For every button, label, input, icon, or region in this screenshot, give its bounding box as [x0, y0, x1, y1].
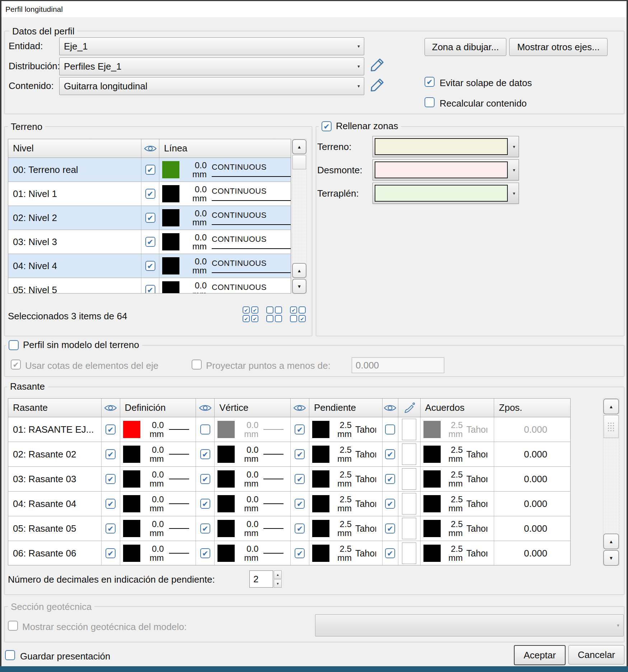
def-visibility-cell[interactable]: [102, 492, 120, 516]
terreno-row-visibility-cell[interactable]: [141, 254, 159, 278]
mini-checkbox[interactable]: [290, 315, 297, 322]
select-all-button[interactable]: [243, 306, 258, 322]
rasante-row[interactable]: 01: RASANTE EJ...0.0mm0.0mm2.5mmTahoma2.…: [8, 417, 570, 442]
contenido-dropdown[interactable]: Guitarra longitudinal ▼: [59, 77, 364, 95]
col-header-rasante[interactable]: Rasante: [8, 399, 102, 417]
vertice-cell[interactable]: 0.0mm: [215, 442, 291, 466]
proyectar-puntos-checkbox[interactable]: [192, 360, 202, 370]
visibility-checkbox[interactable]: [295, 474, 305, 484]
scroll-up-button[interactable]: ▲: [603, 534, 619, 549]
visibility-checkbox[interactable]: [200, 424, 210, 434]
pendiente-visibility-cell[interactable]: [291, 442, 309, 466]
usar-cotas-checkbox[interactable]: [11, 360, 21, 370]
visibility-checkbox[interactable]: [295, 548, 305, 558]
vertice-visibility-cell[interactable]: [196, 467, 215, 491]
visibility-checkbox[interactable]: [385, 548, 395, 558]
acuerdos-visibility-cell[interactable]: [383, 492, 398, 516]
def-visibility-cell[interactable]: [102, 442, 120, 466]
acuerdos-cell[interactable]: 2.5mmTahoma: [421, 417, 495, 442]
visibility-checkbox[interactable]: [385, 523, 395, 534]
terreno-row[interactable]: 05: Nivel 50.0mmCONTINUOUS: [8, 278, 291, 293]
rasante-row[interactable]: 04: Rasante 040.0mm0.0mm2.5mmTahoma2.5mm…: [8, 492, 570, 516]
col-header-definicion[interactable]: Definición: [120, 399, 196, 417]
definicion-cell[interactable]: 0.0mm: [120, 492, 196, 516]
definicion-cell[interactable]: 0.0mm: [120, 417, 196, 442]
col-header-def-visibility[interactable]: [102, 399, 120, 417]
terreno-scrollbar[interactable]: ▲ ▲ ▼: [292, 139, 307, 293]
terreno-table-header[interactable]: Nivel Línea: [8, 139, 291, 158]
pendiente-visibility-cell[interactable]: [291, 492, 309, 516]
visibility-checkbox[interactable]: [200, 449, 210, 459]
col-header-nivel[interactable]: Nivel: [8, 139, 141, 158]
definicion-cell[interactable]: 0.0mm: [120, 541, 196, 565]
pendiente-visibility-cell[interactable]: [291, 467, 309, 491]
def-visibility-cell[interactable]: [102, 417, 120, 442]
col-header-zpos[interactable]: Zpos.: [494, 399, 570, 417]
acuerdos-visibility-cell[interactable]: [383, 442, 398, 466]
mini-checkbox[interactable]: [251, 306, 258, 314]
acuerdos-visibility-cell[interactable]: [383, 516, 398, 541]
terreno-row-linea-cell[interactable]: 0.0mmCONTINUOUS: [159, 278, 291, 293]
edit-distribucion-pencil-icon[interactable]: [369, 56, 385, 74]
terreno-row-linea-cell[interactable]: 0.0mmCONTINUOUS: [159, 158, 291, 182]
vertice-visibility-cell[interactable]: [196, 492, 215, 516]
fill-color-cell[interactable]: [398, 467, 421, 491]
col-header-acu-visibility[interactable]: [383, 399, 398, 417]
mini-checkbox[interactable]: [243, 315, 250, 322]
scroll-down-button[interactable]: ▼: [603, 550, 619, 566]
col-header-vertice[interactable]: Vértice: [215, 399, 291, 417]
visibility-checkbox[interactable]: [385, 424, 395, 434]
terreno-table[interactable]: Nivel Línea 00: Terreno real0.0mmCONTINU…: [8, 139, 291, 293]
decimales-spin-down-button[interactable]: ▼: [274, 579, 282, 588]
entidad-dropdown[interactable]: Eje_1 ▼: [59, 37, 364, 55]
scrollbar-thumb[interactable]: [292, 155, 306, 169]
vertice-visibility-cell[interactable]: [196, 442, 215, 466]
mini-checkbox[interactable]: [275, 315, 282, 322]
zona-desmonte-color-dropdown[interactable]: ▼: [372, 159, 519, 180]
visibility-checkbox[interactable]: [145, 189, 155, 199]
mini-checkbox[interactable]: [299, 315, 306, 322]
pendiente-cell[interactable]: 2.5mmTahoma: [309, 492, 383, 516]
mini-checkbox[interactable]: [290, 306, 297, 314]
terreno-row-visibility-cell[interactable]: [141, 182, 159, 206]
fill-color-cell[interactable]: [398, 417, 421, 442]
aceptar-button[interactable]: Aceptar: [514, 645, 566, 665]
proyectar-distancia-input[interactable]: 0.000: [352, 357, 444, 373]
scroll-up-button[interactable]: ▲: [292, 139, 306, 154]
col-header-acuerdos[interactable]: Acuerdos: [421, 399, 495, 417]
terreno-row-visibility-cell[interactable]: [141, 278, 159, 293]
mini-checkbox[interactable]: [266, 315, 273, 322]
terreno-row-linea-cell[interactable]: 0.0mmCONTINUOUS: [159, 230, 291, 254]
zona-a-dibujar-button[interactable]: Zona a dibujar...: [425, 38, 506, 56]
col-header-fill[interactable]: [398, 399, 421, 417]
terreno-row[interactable]: 02: Nivel 20.0mmCONTINUOUS: [8, 206, 291, 230]
scroll-down-button[interactable]: ▼: [292, 279, 306, 294]
scrollbar-thumb[interactable]: [604, 415, 619, 438]
mini-checkbox[interactable]: [251, 315, 258, 322]
zpos-cell[interactable]: 0.000: [494, 541, 570, 565]
terreno-row[interactable]: 00: Terreno real0.0mmCONTINUOUS: [8, 158, 291, 182]
visibility-checkbox[interactable]: [106, 424, 116, 434]
acuerdos-visibility-cell[interactable]: [383, 541, 398, 565]
visibility-checkbox[interactable]: [106, 474, 116, 484]
vertice-cell[interactable]: 0.0mm: [215, 516, 291, 541]
perfil-sin-modelo-checkbox[interactable]: [9, 340, 19, 350]
visibility-checkbox[interactable]: [106, 449, 116, 459]
visibility-checkbox[interactable]: [106, 523, 116, 534]
visibility-checkbox[interactable]: [385, 449, 395, 459]
rasante-scrollbar[interactable]: ▲ ▲ ▼: [603, 398, 619, 565]
acuerdos-cell[interactable]: 2.5mmTahoma: [421, 442, 495, 466]
mostrar-otros-ejes-button[interactable]: Mostrar otros ejes...: [509, 38, 608, 56]
fill-color-cell[interactable]: [398, 541, 421, 565]
vertice-cell[interactable]: 0.0mm: [215, 467, 291, 491]
terreno-row[interactable]: 03: Nivel 30.0mmCONTINUOUS: [8, 230, 291, 254]
definicion-cell[interactable]: 0.0mm: [120, 467, 196, 491]
visibility-checkbox[interactable]: [295, 449, 305, 459]
title-bar[interactable]: Perfil longitudinal: [1, 1, 627, 17]
def-visibility-cell[interactable]: [102, 541, 120, 565]
zona-terraplen-color-dropdown[interactable]: ▼: [372, 183, 519, 204]
decimales-spin-up-button[interactable]: ▲: [274, 570, 282, 579]
mostrar-seccion-checkbox[interactable]: [8, 621, 18, 631]
mini-checkbox[interactable]: [275, 306, 282, 314]
vertice-visibility-cell[interactable]: [196, 417, 215, 442]
